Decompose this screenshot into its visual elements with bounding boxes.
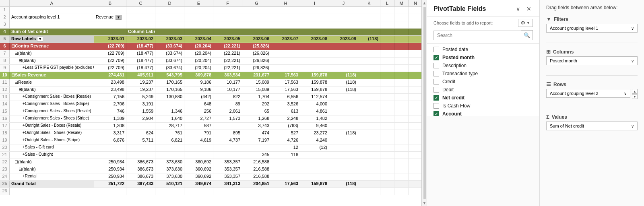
field-item-debit[interactable]: Debit — [427, 86, 539, 94]
rows-dropdown[interactable]: Account grouping level 2 ∨ — [546, 89, 630, 98]
values-label: Values — [552, 114, 567, 120]
spreadsheet-body: 1 2 Account grouping level 1 Revenue ▼ — [0, 7, 421, 206]
table-row: 20 +Sales - Gift card 12 (12) - — [0, 144, 421, 152]
scroll-thumb[interactable] — [423, 7, 426, 199]
field-checkbox-is-cashflow[interactable] — [433, 103, 439, 109]
table-row: 22 ⊟(blank) 250,934 386,673 373,630 360,… — [0, 159, 421, 166]
drag-areas-title: Drag fields between areas below: — [546, 5, 638, 10]
table-row: 11 ⊟Resale 23,498 19,237 170,165 9,186 1… — [0, 79, 421, 87]
col-header-d: D — [155, 0, 184, 6]
field-checkbox-description[interactable] — [433, 63, 439, 68]
rows-move-btns: ▲ ▼ — [632, 89, 638, 99]
pivot-panel: PivotTable Fields ∨ ✕ Choose fields to a… — [427, 0, 539, 206]
col-headers: A B C D E F G H I J K L M N O — [0, 0, 421, 7]
drag-areas-panel: Drag fields between areas below: ▼ Filte… — [539, 0, 644, 206]
spreadsheet-area: A B C D E F G H I J K L M N O 1 — [0, 0, 422, 206]
table-row: 23 ⊟(blank) 250,934 386,673 373,630 360,… — [0, 166, 421, 173]
columns-value: Posted month — [550, 58, 577, 63]
columns-label: Columns — [553, 49, 574, 55]
field-item-transaction-type[interactable]: Transaction type — [427, 70, 539, 78]
table-row: 12 ⊟(blank) 23,498 19,237 170,165 9,186 … — [0, 87, 421, 94]
table-row: 17 +Outright Sales - Boxes (Resale) 1,30… — [0, 123, 421, 130]
values-area-icon: Σ — [546, 114, 549, 120]
col-header-i: I — [300, 0, 329, 6]
col-header-n: N — [409, 0, 422, 6]
table-row: 3 — [0, 21, 421, 29]
filters-dropdown[interactable]: Account grouping level 1 ∨ — [546, 24, 638, 33]
table-row: 14 +Consignment Sales - Boxes (Stripe) 2… — [0, 101, 421, 108]
field-checkbox-debit[interactable] — [433, 87, 439, 93]
field-checkbox-net-credit[interactable] — [433, 95, 439, 101]
settings-icon: ⚙ — [521, 20, 525, 26]
rows-arrow: ∨ — [624, 91, 627, 96]
field-checkbox-credit[interactable] — [433, 79, 439, 84]
col-header-k: K — [358, 0, 380, 6]
field-item-account[interactable]: Account — [427, 110, 539, 116]
table-row: 7 ⊟(blank) (22,709) (18,477) (33,674) (2… — [0, 50, 421, 58]
table-row: 1 — [0, 7, 421, 14]
pivot-header-icons: ∨ ✕ — [514, 5, 533, 13]
field-item-posted-month[interactable]: Posted month — [427, 54, 539, 62]
columns-area-label: ⊞ Columns — [546, 49, 638, 55]
fields-list: Posted date Posted month Description Tra… — [427, 44, 539, 116]
field-label-transaction-type: Transaction type — [442, 71, 478, 76]
col-header-j: J — [329, 0, 358, 6]
field-checkbox-account[interactable] — [433, 111, 439, 116]
rows-move-up-btn[interactable]: ▲ — [632, 89, 638, 94]
field-label-description: Description — [442, 63, 466, 68]
col-header-l: L — [380, 0, 394, 6]
table-row: 26 — [0, 188, 421, 195]
spreadsheet-scrollbar[interactable]: ▲ ▼ — [422, 0, 427, 206]
col-header-a: A — [10, 0, 94, 6]
table-row: 2 Account grouping level 1 Revenue ▼ — [0, 14, 421, 21]
col-header-g: G — [242, 0, 271, 6]
divider-1 — [546, 43, 638, 43]
values-value: Sum of Net credit — [550, 124, 584, 128]
field-item-description[interactable]: Description — [427, 62, 539, 70]
rows-value: Account grouping level 2 — [550, 91, 598, 96]
col-header-c: C — [126, 0, 155, 6]
field-checkbox-transaction-type[interactable] — [433, 71, 439, 76]
divider-2 — [546, 75, 638, 76]
field-label-posted-date: Posted date — [442, 47, 468, 52]
values-arrow: ∨ — [631, 124, 634, 128]
table-row: 4 Sum of Net credit Column Labels ▼ — [0, 29, 421, 36]
filters-arrow: ∨ — [631, 26, 634, 31]
search-input[interactable] — [433, 31, 521, 40]
values-area: Σ Values Sum of Net credit ∨ — [546, 114, 638, 132]
divider-3 — [546, 108, 638, 108]
values-dropdown[interactable]: Sum of Net credit ∨ — [546, 122, 638, 130]
settings-dropdown-arrow: ▼ — [526, 21, 530, 25]
field-item-credit[interactable]: Credit — [427, 78, 539, 86]
field-label-account: Account — [442, 111, 462, 116]
col-header-b: B — [94, 0, 126, 6]
table-row: 16 +Consignment Sales - Shoes (Stripe) 1… — [0, 115, 421, 123]
field-item-net-credit[interactable]: Net credit — [427, 94, 539, 102]
filter-area-icon: ▼ — [546, 16, 551, 22]
rows-area: ☰ Rows Account grouping level 2 ∨ ▲ ▼ — [546, 81, 638, 99]
columns-area: ⊞ Columns Posted month ∨ — [546, 49, 638, 66]
settings-button[interactable]: ⚙ ▼ — [518, 19, 533, 27]
table-row: 5 Row Labels ▼ 2023-01 2023-02 2023-03 2… — [0, 36, 421, 43]
search-button[interactable]: 🔍 — [521, 30, 533, 40]
table-row: 10 ⊟Sales Revenue 274,431 405,911 543,79… — [0, 72, 421, 79]
table-row: 19 +Outright Sales - Shoes (Stripe) 6,87… — [0, 137, 421, 144]
close-icon[interactable]: ✕ — [525, 5, 533, 13]
col-header-rownum — [0, 0, 10, 6]
field-checkbox-posted-date[interactable] — [433, 47, 439, 52]
chevron-down-icon[interactable]: ∨ — [514, 5, 522, 13]
field-label-net-credit: Net credit — [442, 95, 464, 101]
pivot-header: PivotTable Fields ∨ ✕ — [427, 0, 539, 16]
columns-arrow: ∨ — [631, 59, 634, 63]
table-row: 13 +Consignment Sales - Boxes (Resale) 7… — [0, 94, 421, 101]
columns-dropdown[interactable]: Posted month ∨ — [546, 56, 638, 65]
field-item-is-cashflow[interactable]: Is Cash Flow — [427, 102, 539, 110]
table-row: 6 ⊟Contra Revenue (22,709) (18,477) (33,… — [0, 43, 421, 50]
rows-area-label: ☰ Rows — [546, 81, 638, 87]
field-item-posted-date[interactable]: Posted date — [427, 45, 539, 54]
rows-move-down-btn[interactable]: ▼ — [632, 94, 638, 99]
col-header-e: E — [184, 0, 213, 6]
table-row: 18 +Outright Sales - Shoes (Resale) 3,31… — [0, 130, 421, 137]
table-row: 21 +Sales - Outright 345 118 463 — [0, 152, 421, 159]
field-checkbox-posted-month[interactable] — [433, 55, 439, 60]
